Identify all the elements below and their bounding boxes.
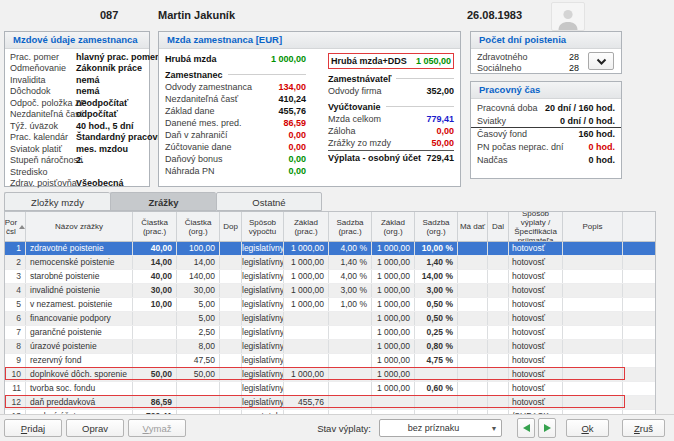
field-row: Invaliditanemá xyxy=(5,74,149,86)
field-label: Odmeňovanie xyxy=(10,63,76,73)
field-row: Nadčas0 hod. xyxy=(471,153,621,166)
cell-base_emp: 1 000,00 xyxy=(284,270,329,283)
cell-num: 7 xyxy=(5,326,26,339)
table-row[interactable]: 3starobné poistenie40,00140,00legislatív… xyxy=(5,270,655,284)
field-label: Náhrada PN xyxy=(165,166,288,176)
table-row[interactable]: 7garančné poistenie2,50legislatívny1 000… xyxy=(5,326,655,340)
table-row[interactable]: 11tvorba soc. fondulegislatívny1 000,000… xyxy=(5,382,655,396)
gross-wage-row: Hrubá mzda 1 000,00 xyxy=(165,53,306,65)
field-value: 0,00 xyxy=(288,142,306,152)
cancel-button[interactable]: Zruš xyxy=(622,419,665,437)
cell-dop xyxy=(220,284,242,297)
column-header-rate_org[interactable]: Sadzba (org.) xyxy=(415,212,458,241)
cell-dal xyxy=(488,396,509,409)
column-header-amount_emp[interactable]: Čiastka (prac.) xyxy=(133,212,177,241)
ok-button[interactable]: Ok xyxy=(566,419,609,437)
table-row[interactable]: 12daň preddavková86,59legislatívny455,76… xyxy=(5,396,655,410)
column-header-num[interactable]: Por čsl xyxy=(5,212,26,241)
field-row: Záloha0,00 xyxy=(328,125,454,137)
field-row: Zúčtovanie dane0,00 xyxy=(165,141,306,153)
next-record-button[interactable] xyxy=(538,418,556,438)
gross-dds-label: Hrubá mzda+DDS xyxy=(331,56,416,66)
cell-ma_dat xyxy=(458,256,488,269)
field-value: 0,00 xyxy=(436,126,454,136)
cell-rate_emp: 1,40 % xyxy=(329,256,372,269)
cell-base_emp: 1 000,00 xyxy=(284,284,329,297)
column-header-base_emp[interactable]: Základ (prac.) xyxy=(284,212,329,241)
field-label: Zúčtovanie dane xyxy=(165,142,288,152)
field-label: Danené mes. pred. xyxy=(165,118,283,128)
table-row[interactable]: 2nemocenské poistenie14,0014,00legislatí… xyxy=(5,256,655,270)
field-value: 352,00 xyxy=(426,86,454,96)
field-row: Nezdaniteľná časťodpočítať xyxy=(5,109,149,121)
column-header-name[interactable]: Názov zrážky xyxy=(26,212,133,241)
field-value: nemá xyxy=(76,86,149,96)
column-header-ma_dat[interactable]: Má dať xyxy=(458,212,488,241)
column-header-payout[interactable]: Spôsob výplaty / Špecifikácia príjmateľa xyxy=(509,212,563,241)
field-label: Týž. úväzok xyxy=(10,121,76,131)
salary-columns: Hrubá mzda 1 000,00 Zamestnanec Odvody z… xyxy=(159,49,460,177)
pridaj-button[interactable]: Pridaj xyxy=(4,419,62,437)
employee-deduction-rows: Odvody zamestnanca134,00Nezdaniteľná čas… xyxy=(165,81,306,177)
cell-filler xyxy=(623,298,655,311)
column-header-rate_emp[interactable]: Sadzba (prac.) xyxy=(329,212,372,241)
column-header-dal[interactable]: Dal xyxy=(488,212,509,241)
field-label: Stupeň náročnosti xyxy=(10,155,76,165)
table-row[interactable]: 6financovanie podpory5,00legislatívny1 0… xyxy=(5,312,655,326)
payout-row: Výplata - osobný účet 729,41 xyxy=(328,150,454,164)
column-header-method[interactable]: Spôsob výpočtu xyxy=(242,212,284,241)
cell-filler xyxy=(623,326,655,339)
cell-num: 3 xyxy=(5,270,26,283)
field-value: odpočítať xyxy=(76,109,149,119)
table-row[interactable]: 1zdravotné poistenie40,00100,00legislatí… xyxy=(5,242,655,256)
table-body: 1zdravotné poistenie40,00100,00legislatí… xyxy=(5,242,655,424)
cell-base_org: 1 000,00 xyxy=(372,354,415,367)
cell-num: 11 xyxy=(5,382,26,395)
field-label: Zrážky zo mzdy xyxy=(328,138,432,148)
field-row: Daňový bonus0,00 xyxy=(165,153,306,165)
table-row[interactable]: 4invalidné poistenie30,0030,00legislatív… xyxy=(5,284,655,298)
cell-rate_org: 1,40 % xyxy=(415,256,458,269)
cell-base_org: 1 000,00 xyxy=(372,242,415,255)
cell-payout: hotovosť xyxy=(509,242,563,255)
column-header-dop[interactable]: Dop xyxy=(220,212,242,241)
field-row: OdmeňovanieZákonník práce xyxy=(5,63,149,75)
payout-status-select[interactable]: bez príznaku ▼ xyxy=(379,419,502,437)
table-row[interactable]: 8úrazové poistenie8,00legislatívny1 000,… xyxy=(5,340,655,354)
footer-action-buttons: PridajOpravVymaž xyxy=(4,419,190,437)
cell-method: legislatívny xyxy=(242,284,284,297)
field-row: Časový fond160 hod. xyxy=(471,128,621,141)
cell-base_emp: 1 000,00 xyxy=(284,242,329,255)
previous-record-button[interactable] xyxy=(517,418,535,438)
table-row[interactable]: 5v nezamest. poistenie10,005,00legislatí… xyxy=(5,298,655,312)
column-header-amount_org[interactable]: Čiastka (org.) xyxy=(177,212,220,241)
cell-rate_org: 0,80 % xyxy=(415,340,458,353)
tab-zr-ky[interactable]: Zrážky xyxy=(110,192,216,211)
cell-rate_emp xyxy=(329,326,372,339)
column-header-note[interactable]: Popis xyxy=(563,212,623,241)
cell-ma_dat xyxy=(458,368,488,381)
table-row[interactable]: 9rezervný fond47,50legislatívny1 000,004… xyxy=(5,354,655,368)
table-row[interactable]: 10doplnkové dôch. sporenie50,0050,00legi… xyxy=(5,368,655,382)
field-label: Nezdaniteľná časť xyxy=(165,94,278,104)
tab-zlo-ky-mzdy[interactable]: Zložky mzdy xyxy=(4,192,110,211)
field-value: 0,00 xyxy=(288,130,306,140)
insurance-days-dropdown-button[interactable] xyxy=(588,52,614,70)
field-value: 86,59 xyxy=(283,118,306,128)
oprav-button[interactable]: Oprav xyxy=(66,419,124,437)
cell-base_org: 1 000,00 xyxy=(372,312,415,325)
vyma--button[interactable]: Vymaž xyxy=(128,419,186,437)
cell-note xyxy=(563,312,623,325)
field-row: Prac. pomerhlavný prac. pomer xyxy=(5,51,149,63)
column-header-base_org[interactable]: Základ (org.) xyxy=(372,212,415,241)
salary-panel: Mzda zamestnanca [EUR] Hrubá mzda 1 000,… xyxy=(158,31,461,187)
cell-rate_emp: 1,00 % xyxy=(329,298,372,311)
chevron-down-icon xyxy=(596,58,607,65)
cell-amount_org: 2,50 xyxy=(177,326,220,339)
triangle-down-icon: ▼ xyxy=(487,425,501,432)
cell-num: 12 xyxy=(5,396,26,409)
cell-rate_org: 14,00 % xyxy=(415,270,458,283)
triangle-right-icon xyxy=(544,424,551,432)
tab-ostatn-[interactable]: Ostatné xyxy=(216,192,322,211)
cell-method: legislatívny xyxy=(242,382,284,395)
